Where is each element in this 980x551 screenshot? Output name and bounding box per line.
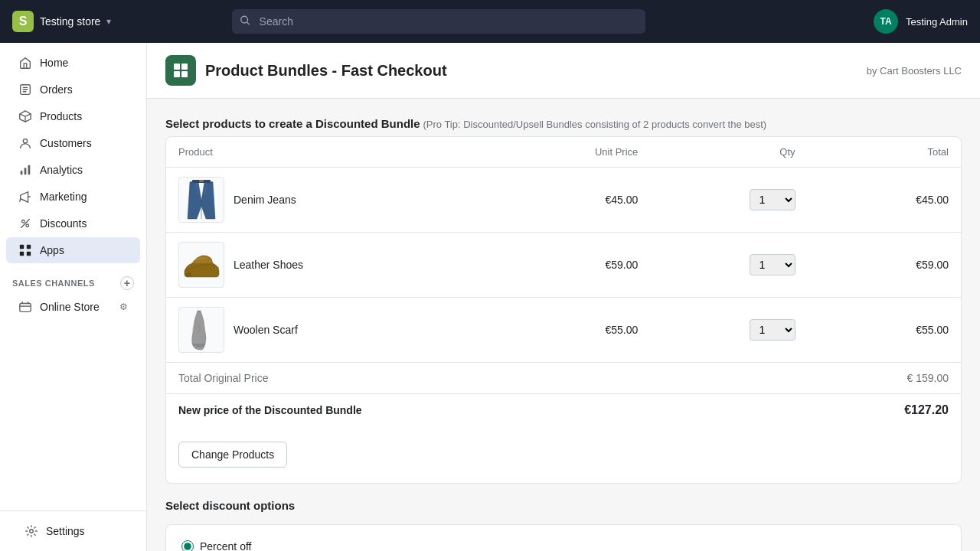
discount-options: Percent off Flat amount off bbox=[181, 540, 946, 551]
sidebar-label-home: Home bbox=[40, 57, 68, 69]
svg-rect-8 bbox=[20, 245, 24, 249]
discounts-icon bbox=[18, 217, 32, 230]
qty-select-jeans[interactable]: 12345 bbox=[750, 189, 795, 210]
bundle-card: Product Unit Price Qty Total bbox=[165, 136, 962, 484]
home-icon bbox=[18, 56, 32, 70]
sidebar-item-home[interactable]: Home bbox=[6, 50, 140, 76]
svg-point-2 bbox=[23, 139, 27, 143]
sidebar-item-discounts[interactable]: Discounts bbox=[6, 210, 140, 236]
customers-icon bbox=[18, 136, 32, 150]
svg-point-13 bbox=[30, 530, 34, 533]
sidebar-label-orders: Orders bbox=[40, 83, 73, 96]
qty-select-scarf[interactable]: 12345 bbox=[750, 319, 795, 341]
sales-channels-section: Sales Channels + bbox=[0, 264, 146, 293]
svg-rect-15 bbox=[181, 64, 188, 70]
svg-rect-5 bbox=[28, 165, 31, 175]
admin-avatar[interactable]: TA bbox=[874, 9, 898, 34]
sidebar-label-marketing: Marketing bbox=[40, 191, 87, 203]
product-image-jeans bbox=[178, 177, 224, 223]
new-price-row: New price of the Discounted Bundle €127.… bbox=[166, 394, 961, 427]
sidebar-item-products[interactable]: Products bbox=[6, 103, 140, 129]
store-name: Testing store bbox=[40, 15, 100, 28]
search-input[interactable] bbox=[232, 9, 645, 34]
sidebar-label-settings: Settings bbox=[46, 525, 85, 537]
unit-price-shoes: €59.00 bbox=[499, 233, 650, 298]
sidebar-item-settings[interactable]: Settings bbox=[12, 518, 134, 544]
discount-card: Percent off Flat amount off Enter Discou… bbox=[165, 524, 962, 551]
bundle-tip: (Pro Tip: Discounted/Upsell Bundles cons… bbox=[423, 119, 766, 130]
svg-rect-10 bbox=[20, 252, 24, 256]
top-navigation: S Testing store ▾ TA Testing Admin bbox=[0, 0, 980, 43]
add-sales-channel-button[interactable]: + bbox=[120, 276, 134, 290]
sidebar: Home Orders Products Customers Analytics… bbox=[0, 43, 147, 551]
table-row: Denim Jeans €45.00 12345 €45.00 bbox=[166, 168, 961, 233]
product-table: Product Unit Price Qty Total bbox=[166, 137, 961, 426]
new-price-value: €127.20 bbox=[808, 394, 961, 427]
sidebar-label-discounts: Discounts bbox=[40, 217, 87, 230]
app-header-left: Product Bundles - Fast Checkout bbox=[165, 55, 447, 86]
sidebar-item-orders[interactable]: Orders bbox=[6, 77, 140, 103]
store-logo[interactable]: S Testing store ▾ bbox=[12, 11, 111, 32]
qty-cell-shoes: 12345 bbox=[650, 233, 807, 298]
sidebar-label-apps: Apps bbox=[40, 244, 64, 256]
main-content: Product Bundles - Fast Checkout by Cart … bbox=[147, 43, 980, 551]
qty-cell-jeans: 12345 bbox=[650, 168, 807, 233]
sidebar-item-analytics[interactable]: Analytics bbox=[6, 157, 140, 183]
products-icon bbox=[18, 109, 32, 123]
sidebar-item-apps[interactable]: Apps bbox=[6, 237, 140, 263]
total-original-value: € 159.00 bbox=[808, 363, 961, 394]
percent-off-option[interactable]: Percent off bbox=[181, 540, 946, 551]
discount-section-heading-wrap: Select discount options bbox=[165, 499, 962, 512]
search-icon bbox=[240, 15, 250, 28]
svg-point-7 bbox=[26, 224, 29, 227]
analytics-icon bbox=[18, 163, 32, 177]
apps-icon bbox=[18, 243, 32, 257]
total-jeans: €45.00 bbox=[808, 168, 961, 233]
product-cell-scarf: Woolen Scarf bbox=[166, 298, 499, 363]
svg-rect-14 bbox=[174, 64, 180, 70]
sidebar-item-online-store[interactable]: Online Store ⚙ bbox=[6, 294, 140, 320]
svg-rect-4 bbox=[24, 168, 27, 174]
sidebar-bottom: Settings bbox=[0, 510, 146, 551]
sidebar-label-customers: Customers bbox=[40, 137, 92, 149]
total-shoes: €59.00 bbox=[808, 233, 961, 298]
table-row: Woolen Scarf €55.00 12345 €55.00 bbox=[166, 298, 961, 363]
change-products-area: Change Products bbox=[166, 426, 961, 483]
total-original-price-row: Total Original Price € 159.00 bbox=[166, 363, 961, 394]
store-dropdown-icon: ▾ bbox=[106, 16, 111, 27]
bundle-heading: Select products to create a Discounted B… bbox=[165, 117, 420, 130]
col-total: Total bbox=[808, 137, 961, 168]
product-cell-shoes: Leather Shoes bbox=[166, 233, 499, 298]
marketing-icon bbox=[18, 190, 32, 204]
online-store-settings-icon[interactable]: ⚙ bbox=[119, 302, 128, 312]
change-products-button[interactable]: Change Products bbox=[178, 442, 287, 468]
svg-point-6 bbox=[22, 220, 25, 223]
online-store-icon bbox=[18, 300, 32, 314]
app-title: Product Bundles - Fast Checkout bbox=[205, 62, 447, 80]
sidebar-label-products: Products bbox=[40, 110, 82, 122]
sidebar-item-customers[interactable]: Customers bbox=[6, 130, 140, 156]
svg-rect-9 bbox=[27, 245, 31, 249]
app-vendor: by Cart Boosters LLC bbox=[867, 65, 962, 77]
app-header: Product Bundles - Fast Checkout by Cart … bbox=[147, 43, 980, 99]
percent-off-radio[interactable] bbox=[181, 540, 194, 551]
sidebar-item-marketing[interactable]: Marketing bbox=[6, 184, 140, 210]
qty-select-shoes[interactable]: 12345 bbox=[750, 254, 795, 276]
sidebar-label-analytics: Analytics bbox=[40, 164, 83, 176]
svg-rect-16 bbox=[174, 71, 180, 77]
table-row: Leather Shoes €59.00 12345 €59.00 bbox=[166, 233, 961, 298]
percent-off-label: Percent off bbox=[200, 540, 251, 551]
svg-rect-17 bbox=[181, 71, 188, 77]
app-logo bbox=[165, 55, 196, 86]
svg-rect-12 bbox=[20, 304, 31, 312]
table-header-row: Product Unit Price Qty Total bbox=[166, 137, 961, 168]
col-unit-price: Unit Price bbox=[499, 137, 650, 168]
nav-right: TA Testing Admin bbox=[874, 9, 968, 34]
settings-icon bbox=[24, 524, 38, 538]
col-product: Product bbox=[166, 137, 499, 168]
admin-name[interactable]: Testing Admin bbox=[906, 16, 968, 28]
orders-icon bbox=[18, 83, 32, 96]
discount-section-heading: Select discount options bbox=[165, 499, 962, 512]
product-name-jeans: Denim Jeans bbox=[234, 194, 296, 206]
product-name-shoes: Leather Shoes bbox=[234, 259, 303, 271]
